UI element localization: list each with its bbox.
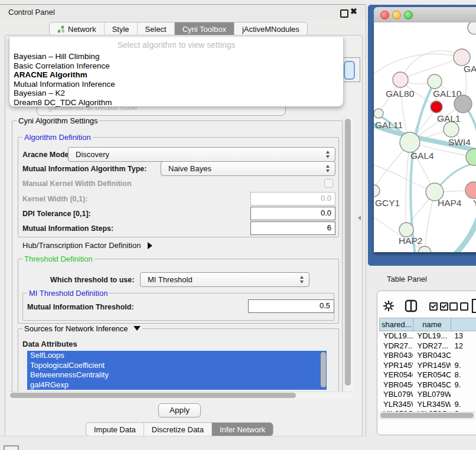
top-tab-bar: NetworkStyleSelectCyni ToolboxjActiveMNo… <box>49 22 308 36</box>
tab-select[interactable]: Select <box>138 22 175 35</box>
dpi-tolerance-label: DPI Tolerance [0,1]: <box>22 210 91 218</box>
table-header-shared...[interactable]: shared... <box>379 318 413 331</box>
table-row[interactable]: YBR045CYBR045C9. <box>379 380 476 390</box>
algorithm-option[interactable]: Dream8 DC_TDC Algorithm <box>9 98 343 107</box>
algorithm-option[interactable]: Mutual Information Inference <box>9 80 343 89</box>
algorithm-option[interactable]: ARACNE Algorithm <box>9 70 343 80</box>
close-icon[interactable]: ✖ <box>350 6 357 16</box>
network-edge[interactable] <box>374 54 462 77</box>
aracne-mode-combo[interactable]: Discovery <box>68 147 335 162</box>
network-node-y[interactable] <box>465 182 476 198</box>
data-attribute-item[interactable]: BetweennessCentrality <box>27 370 327 380</box>
table-row[interactable]: YLR345WYLR345W9. <box>379 400 476 410</box>
network-node[interactable] <box>418 246 431 252</box>
table-cell: YBL079W <box>413 390 450 400</box>
maximize-traffic-light-icon[interactable] <box>404 11 413 19</box>
table-row[interactable]: YPR145WYPR145W9. <box>379 361 476 371</box>
network-edge[interactable] <box>406 142 410 230</box>
minimize-traffic-light-icon[interactable] <box>392 11 401 19</box>
hub-definition-toggle[interactable]: Hub/Transcription Factor Definition <box>22 241 152 250</box>
floating-palette-fragment <box>4 445 19 450</box>
tab-style[interactable]: Style <box>105 22 138 35</box>
table-row[interactable]: YBL079WYBL079W <box>379 390 476 400</box>
table-hscrollbar-thumb[interactable] <box>380 413 474 418</box>
checked-pair-icon[interactable] <box>429 302 448 311</box>
table-header-name[interactable]: name <box>413 318 450 331</box>
network-node[interactable] <box>454 95 472 113</box>
tab-cyni-toolbox[interactable]: Cyni Toolbox <box>175 22 234 35</box>
algorithm-option[interactable]: Bayesian – K2 <box>9 89 343 98</box>
columns-icon[interactable] <box>405 299 418 312</box>
tab-impute-data[interactable]: Impute Data <box>86 423 144 436</box>
close-traffic-light-icon[interactable] <box>380 11 389 19</box>
table-cell: YER054C <box>413 370 450 380</box>
network-window-titlebar[interactable] <box>374 7 476 23</box>
algorithm-option[interactable]: Basic Correlation Inference <box>9 61 343 71</box>
tab-label: Cyni Toolbox <box>182 25 226 34</box>
tab-discretize-data[interactable]: Discretize Data <box>144 423 212 436</box>
network-node-swi4[interactable] <box>466 149 476 165</box>
network-node[interactable] <box>431 101 442 113</box>
page-icon[interactable] <box>471 298 476 314</box>
which-threshold-combo[interactable]: MI Threshold <box>140 272 309 287</box>
manual-kernel-label: Manual Kernel Width Definition <box>22 180 132 188</box>
table-row[interactable]: YBR043CYBR043C <box>379 351 476 361</box>
network-node-gal10[interactable] <box>428 74 442 89</box>
algorithm-option[interactable]: Bayesian – Hill Climbing <box>9 52 343 61</box>
network-edge-highlighted[interactable] <box>452 213 476 252</box>
network-node-gal[interactable] <box>454 49 470 66</box>
partial-combo-spinner[interactable] <box>344 61 355 80</box>
mi-threshold-field[interactable]: 0.5 <box>248 299 334 313</box>
table-panel-title: Table Panel <box>387 275 427 283</box>
network-canvas[interactable]: GALGAL80GAL10GAL1GAL11GAL4SWI4GCY1HAP4YH… <box>374 22 476 252</box>
data-attribute-item[interactable]: gal4RGexp <box>27 380 327 390</box>
kernel-width-field[interactable]: 0.0 <box>250 192 335 206</box>
control-panel-titlebar[interactable]: Control Panel ✖ <box>0 5 366 20</box>
network-edge[interactable] <box>374 217 425 251</box>
network-node-gcy1[interactable] <box>374 185 380 197</box>
gear-icon[interactable] <box>383 300 395 312</box>
dpi-tolerance-field[interactable]: 0.0 <box>250 207 335 220</box>
screen: Control Panel ✖ NetworkStyleSelectCyni T… <box>0 0 476 450</box>
float-window-icon[interactable] <box>340 9 348 18</box>
table-header-col2[interactable] <box>451 318 476 331</box>
data-attribute-item[interactable]: SelfLoops <box>27 351 327 361</box>
tab-label: Impute Data <box>94 425 136 434</box>
attributes-list-scrollbar[interactable] <box>321 352 326 387</box>
algorithm-dropdown-placeholder: Select algorithm to view settings <box>9 37 343 52</box>
table-cell: YBR043C <box>379 351 413 361</box>
mi-type-combo[interactable]: Naive Bayes <box>161 161 335 176</box>
table-row[interactable]: YER054CYER054C8. <box>379 370 476 380</box>
table-cell: YER054C <box>379 370 413 380</box>
network-node-gal11[interactable] <box>374 109 383 118</box>
table-cell: YLR345W <box>379 400 413 410</box>
network-node-label: GAL80 <box>386 89 415 99</box>
network-node[interactable] <box>468 22 476 34</box>
network-edge[interactable] <box>374 164 435 192</box>
tab-infer-network[interactable]: Infer Network <box>212 423 273 436</box>
node-table: shared...nameYDL19...YDL19...13YDR27...Y… <box>379 318 476 419</box>
network-node-gal4[interactable] <box>400 132 420 152</box>
mi-steps-field[interactable]: 6 <box>250 221 335 235</box>
table-cell: YBR043C <box>413 351 450 361</box>
mi-type-value: Naive Bayes <box>168 164 211 173</box>
bottom-tab-bar: Impute DataDiscretize DataInfer Network <box>86 422 273 436</box>
tab-label: Discretize Data <box>152 425 204 434</box>
unchecked-pair-icon[interactable] <box>449 302 468 311</box>
settings-vscrollbar-thumb[interactable] <box>345 119 351 386</box>
aracne-mode-value: Discovery <box>76 150 109 159</box>
sources-toggle[interactable]: Sources for Network Inference <box>22 324 142 333</box>
manual-kernel-checkbox[interactable] <box>324 179 333 188</box>
network-node-hap2[interactable] <box>399 223 413 237</box>
splitter-collapse-icon[interactable] <box>358 216 361 220</box>
data-attribute-item[interactable]: TopologicalCoefficient <box>27 361 327 371</box>
network-node-gal80[interactable] <box>393 72 408 87</box>
apply-button[interactable]: Apply <box>158 403 201 418</box>
settings-hscrollbar-thumb[interactable] <box>10 393 296 398</box>
tab-jactivemnodules[interactable]: jActiveMNodules <box>234 22 307 35</box>
table-row[interactable]: YDR27...YDR27...12 <box>379 341 476 351</box>
network-node-gal1[interactable] <box>444 122 459 137</box>
tab-network[interactable]: Network <box>50 22 105 35</box>
table-row[interactable]: YDL19...YDL19...13 <box>379 331 476 341</box>
mi-type-label: Mutual Information Algorithm Type: <box>22 165 146 173</box>
